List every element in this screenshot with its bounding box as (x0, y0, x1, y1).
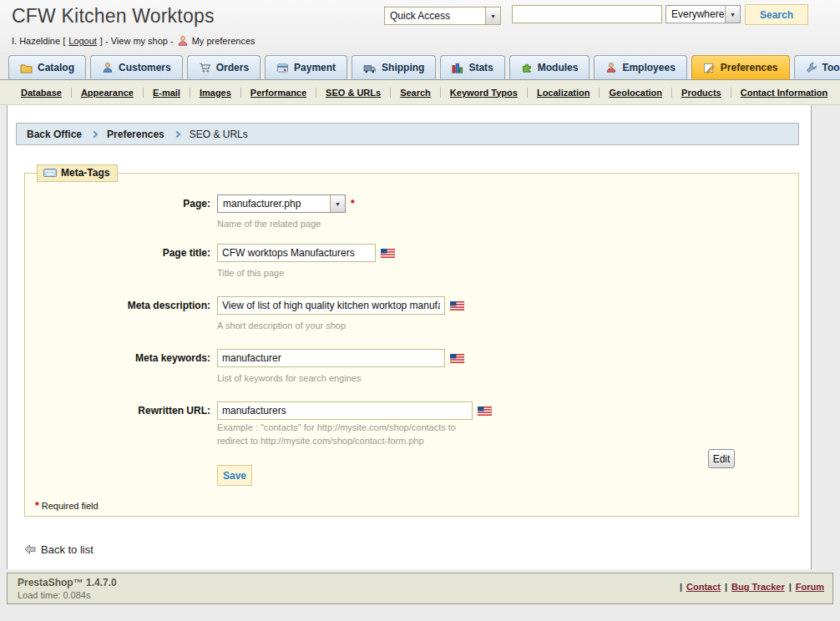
footer-links: | Contact | Bug Tracker | Forum (680, 582, 824, 592)
tab-shipping[interactable]: Shipping (352, 55, 436, 79)
submenu-search[interactable]: Search (391, 88, 441, 98)
footer: PrestaShop™ 1.4.7.0 Load time: 0.084s | … (7, 573, 833, 604)
quick-access-select[interactable]: Quick Access ▼ (384, 7, 501, 25)
view-shop-text: ] - View my shop - (100, 36, 174, 46)
separator: | (680, 582, 682, 592)
tab-label: Orders (216, 62, 249, 73)
submenu-performance[interactable]: Performance (241, 88, 316, 98)
back-to-list-text: Back to list (41, 543, 94, 556)
search-scope-select[interactable]: Everywhere ▼ (665, 5, 741, 23)
preferences-submenu: Database Appearance E-mail Images Perfor… (0, 79, 840, 105)
page-help: Name of the related page (217, 219, 321, 229)
page-select-value: manufacturer.php (218, 198, 330, 210)
tab-modules[interactable]: Modules (509, 55, 590, 79)
tab-label: Modules (538, 62, 579, 73)
submenu-localization[interactable]: Localization (528, 88, 600, 98)
user-line: I. Hazeldine [ Logout ] - View my shop -… (12, 35, 256, 47)
breadcrumb-preferences[interactable]: Preferences (107, 129, 164, 140)
bug-tracker-link[interactable]: Bug Tracker (731, 582, 785, 592)
page-title-input[interactable] (217, 244, 376, 262)
page-title-help: Title of this page (217, 268, 284, 278)
keyboard-icon (43, 168, 57, 178)
submenu-geolocation[interactable]: Geolocation (600, 88, 672, 98)
submenu-images[interactable]: Images (190, 88, 241, 98)
page-label: Page: (25, 198, 210, 210)
page-select[interactable]: manufacturer.php ▼ (217, 194, 346, 213)
breadcrumb-back-office[interactable]: Back Office (27, 129, 82, 140)
notepad-pencil-icon (703, 63, 716, 73)
tab-orders[interactable]: Orders (187, 55, 261, 79)
tab-tools[interactable]: Tools (794, 55, 840, 79)
submenu-email[interactable]: E-mail (144, 88, 190, 98)
meta-keywords-input[interactable] (217, 349, 445, 367)
meta-description-input[interactable] (217, 296, 445, 315)
employee-icon (605, 62, 617, 73)
meta-tags-fieldset: Meta-Tags Page: manufacturer.php ▼ * Nam… (24, 173, 799, 517)
chevron-down-icon[interactable]: ▼ (725, 6, 740, 23)
tab-label: Tools (822, 62, 840, 73)
user-name: I. Hazeldine [ (12, 36, 65, 46)
shop-title: CFW Kitchen Worktops (12, 5, 215, 28)
submenu-seo-urls[interactable]: SEO & URLs (316, 88, 391, 98)
save-button[interactable]: Save (217, 465, 252, 486)
global-search-input[interactable] (512, 5, 662, 23)
breadcrumb-current: SEO & URLs (190, 129, 248, 140)
legend-text: Meta-Tags (61, 167, 109, 179)
required-text: Required field (42, 501, 99, 511)
back-arrow-icon (24, 544, 36, 555)
quick-access-value: Quick Access (385, 10, 485, 22)
submenu-database[interactable]: Database (12, 88, 72, 98)
chevron-down-icon[interactable]: ▼ (485, 8, 500, 24)
wrench-icon (806, 62, 817, 73)
tab-stats[interactable]: Stats (440, 55, 504, 79)
customer-icon (102, 62, 114, 73)
separator: | (725, 582, 727, 592)
separator: | (789, 582, 792, 592)
rewritten-url-help-line2: redirect to http://mysite.com/shop/conta… (217, 436, 424, 446)
submenu-appearance[interactable]: Appearance (72, 88, 144, 98)
edit-button[interactable]: Edit (708, 449, 735, 468)
required-marker: * (351, 198, 355, 210)
search-scope-value: Everywhere (666, 8, 725, 20)
load-time: Load time: 0.084s (18, 590, 90, 600)
us-flag-icon (478, 406, 492, 416)
search-button[interactable]: Search (745, 4, 808, 25)
tab-customers[interactable]: Customers (90, 55, 183, 79)
required-field-note: * Required field (35, 500, 99, 512)
required-marker: * (35, 500, 39, 512)
logout-link[interactable]: Logout (68, 36, 97, 46)
back-to-list-link[interactable]: Back to list (24, 543, 94, 556)
breadcrumb: Back Office Preferences SEO & URLs (16, 123, 799, 145)
puzzle-icon (521, 62, 533, 73)
fieldset-legend: Meta-Tags (37, 164, 118, 182)
tab-label: Shipping (382, 62, 424, 73)
header: CFW Kitchen Worktops Quick Access ▼ Ever… (0, 0, 840, 52)
us-flag-icon (381, 249, 395, 258)
tab-payment[interactable]: Payment (265, 55, 347, 79)
submenu-products[interactable]: Products (672, 88, 731, 98)
tab-label: Payment (294, 62, 336, 73)
submenu-keyword-typos[interactable]: Keyword Typos (441, 88, 528, 98)
prestashop-version: PrestaShop™ 1.4.7.0 (18, 577, 117, 588)
contact-link[interactable]: Contact (686, 582, 721, 592)
rewritten-url-input[interactable] (217, 401, 473, 420)
forum-link[interactable]: Forum (796, 582, 824, 592)
tab-employees[interactable]: Employees (594, 55, 686, 79)
tab-label: Customers (119, 62, 171, 73)
tab-label: Catalog (38, 62, 74, 73)
main-content: Back Office Preferences SEO & URLs Meta-… (7, 105, 812, 569)
folder-icon (20, 63, 33, 73)
us-flag-icon (450, 354, 464, 363)
my-preferences-link[interactable]: My preferences (192, 36, 256, 46)
submenu-contact-information[interactable]: Contact Information (731, 88, 837, 98)
tab-preferences[interactable]: Preferences (691, 55, 790, 79)
prestashop-backoffice: CFW Kitchen Worktops Quick Access ▼ Ever… (0, 0, 840, 621)
meta-keywords-label: Meta keywords: (25, 352, 210, 364)
rewritten-url-help-line1: Example : "contacts" for http://mysite.c… (217, 422, 456, 432)
tab-label: Preferences (721, 62, 778, 73)
tab-catalog[interactable]: Catalog (8, 55, 86, 79)
chevron-down-icon[interactable]: ▼ (330, 195, 345, 212)
rewritten-url-label: Rewritten URL: (25, 405, 210, 417)
page-title-label: Page title: (25, 247, 210, 259)
bar-chart-icon (452, 63, 463, 73)
